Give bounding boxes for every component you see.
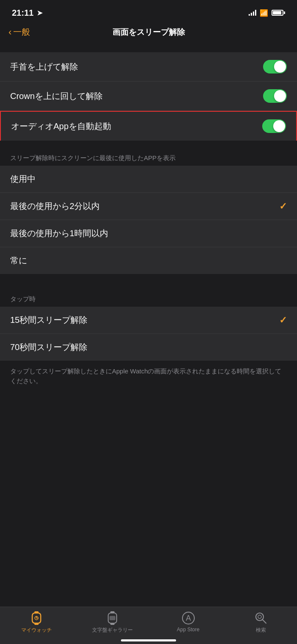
svg-rect-9: [109, 616, 115, 620]
nav-bar: ‹ 一般 画面をスリープ解除: [0, 23, 297, 45]
toggle-thumb: [273, 120, 285, 132]
raise-wrist-label: 手首を上げて解除: [10, 61, 78, 73]
crown-rotate-toggle[interactable]: [263, 89, 287, 103]
70sec-label: 70秒間スリープ解除: [10, 342, 87, 353]
row-audio-app: オーディオAppを自動起動: [0, 111, 297, 141]
toggle-thumb: [274, 61, 286, 73]
content-area: 手首を上げて解除 Crownを上に回して解除 オーディオAppを自動起動 スリー…: [0, 45, 297, 447]
1hour-label: 最後の使用から1時間以内: [10, 228, 108, 239]
always-label: 常に: [10, 255, 27, 266]
toggle-thumb: [274, 90, 286, 102]
in-use-label: 使用中: [10, 173, 36, 185]
tab-bar: マイウォッチ 文字盤ギャラリー A App Store: [0, 607, 297, 644]
row-in-use[interactable]: 使用中: [0, 166, 297, 193]
row-always[interactable]: 常に: [0, 247, 297, 274]
crown-rotate-label: Crownを上に回して解除: [10, 90, 103, 102]
watch-face-icon: [106, 611, 119, 625]
svg-rect-2: [34, 623, 39, 625]
chevron-left-icon: ‹: [8, 27, 11, 38]
svg-rect-7: [110, 611, 115, 613]
battery-icon: [272, 10, 285, 16]
tab-app-store-label: App Store: [177, 627, 199, 633]
row-raise-wrist: 手首を上げて解除: [0, 52, 297, 82]
row-2min[interactable]: 最後の使用から2分以内 ✓: [0, 193, 297, 220]
svg-rect-8: [110, 623, 115, 625]
last-app-section-label: スリープ解除時にスクリーンに最後に使用したAPPを表示: [0, 148, 297, 166]
svg-line-13: [263, 620, 266, 623]
app-store-icon: A: [182, 611, 195, 625]
check-2min-icon: ✓: [279, 201, 287, 212]
status-time: 21:11 ➤: [12, 8, 42, 18]
tab-watch-face[interactable]: 文字盤ギャラリー: [92, 611, 133, 634]
tab-my-watch-label: マイウォッチ: [21, 627, 52, 634]
wifi-icon: 📶: [260, 9, 268, 17]
watch-icon: [30, 611, 43, 625]
tab-my-watch[interactable]: マイウォッチ: [20, 611, 53, 634]
location-arrow-icon: ➤: [37, 9, 42, 17]
signal-strength-icon: [249, 10, 256, 16]
audio-app-label: オーディオAppを自動起動: [11, 121, 111, 132]
tap-footer-text: タップしてスリープ解除したときにApple Watchの画面が表示されたままにな…: [0, 361, 297, 392]
page-title: 画面をスリープ解除: [112, 27, 185, 38]
status-bar: 21:11 ➤ 📶: [0, 0, 297, 23]
tap-section-label: タップ時: [0, 289, 297, 307]
tap-section: 15秒間スリープ解除 ✓ 70秒間スリープ解除: [0, 307, 297, 361]
row-15sec[interactable]: 15秒間スリープ解除 ✓: [0, 307, 297, 334]
svg-rect-1: [34, 611, 39, 613]
tab-app-store[interactable]: A App Store: [171, 611, 205, 633]
row-70sec[interactable]: 70秒間スリープ解除: [0, 334, 297, 361]
row-1hour[interactable]: 最後の使用から1時間以内: [0, 220, 297, 247]
tab-search[interactable]: 検索: [244, 611, 278, 634]
check-15sec-icon: ✓: [279, 315, 287, 326]
tab-search-label: 検索: [256, 627, 266, 634]
svg-text:A: A: [185, 614, 191, 622]
audio-app-toggle[interactable]: [262, 119, 286, 133]
raise-wrist-toggle[interactable]: [263, 60, 287, 73]
row-crown-rotate: Crownを上に回して解除: [0, 82, 297, 111]
svg-point-14: [258, 615, 261, 619]
search-tab-icon: [254, 611, 268, 625]
15sec-label: 15秒間スリープ解除: [10, 314, 87, 326]
toggle-section: 手首を上げて解除 Crownを上に回して解除 オーディオAppを自動起動: [0, 52, 297, 141]
back-label: 一般: [13, 26, 30, 38]
back-button[interactable]: ‹ 一般: [8, 26, 30, 38]
tab-watch-face-label: 文字盤ギャラリー: [92, 627, 133, 634]
last-app-section: 使用中 最後の使用から2分以内 ✓ 最後の使用から1時間以内 常に: [0, 166, 297, 274]
status-icons: 📶: [249, 9, 285, 17]
home-indicator: [121, 639, 176, 641]
2min-label: 最後の使用から2分以内: [10, 201, 100, 212]
